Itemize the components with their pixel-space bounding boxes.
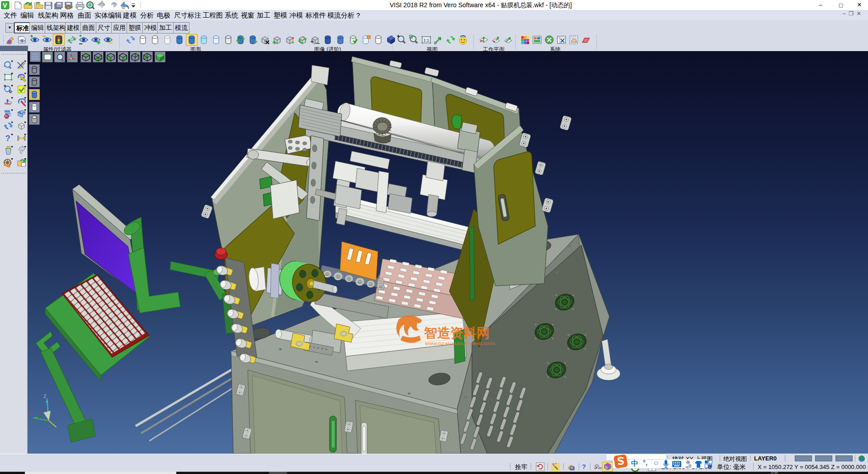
svg-text:7: 7 [689,465,691,468]
svg-text:Z: Z [43,393,47,399]
svg-text:智造资料网: 智造资料网 [424,326,490,340]
svg-text:1:1: 1:1 [424,38,429,43]
svg-text:WWW.GZ-MANUFACTURING DATA: WWW.GZ-MANUFACTURING DATA [425,341,495,346]
svg-text:Y: Y [29,412,33,417]
svg-text:?: ? [5,134,10,143]
svg-text:V: V [3,2,7,9]
